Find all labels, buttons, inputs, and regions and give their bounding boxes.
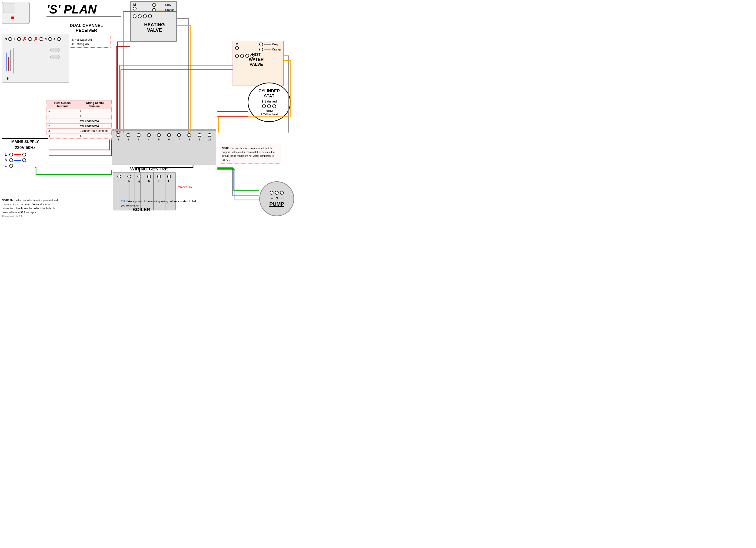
pump-t1 (270, 191, 273, 195)
mains-terminal-N (9, 158, 13, 162)
note-box: NOTE: For safety, it is recommended that… (220, 144, 281, 164)
pump-terminal-labels: ⏚ N L (269, 196, 284, 200)
cs-com-label: COM (266, 109, 273, 113)
wc-terminal-label: 6 (167, 138, 171, 141)
hwv-M-terminal (235, 46, 239, 50)
mains-terminals: L N ⏚ (2, 151, 48, 170)
table-row-cell: Cylinder Stat Common (78, 129, 111, 133)
hwv-title3: VALVE (250, 62, 263, 67)
table-row-cell: L (47, 114, 78, 119)
wc-terminal-label: 10 (207, 138, 212, 141)
earth-symbol: ⏚ (7, 76, 8, 80)
cs-terminal-c (272, 104, 276, 108)
thermostat-box (2, 2, 30, 24)
wc-terminal-col: 9 (197, 133, 202, 141)
mains-N-label: N (5, 158, 8, 162)
mains-title: MAINS SUPPLY (2, 139, 48, 145)
mains-L-row: L (5, 153, 46, 157)
tip-text: Take a photo of the existing wiring befo… (121, 200, 197, 207)
wc-terminal-label: 9 (197, 138, 202, 141)
hwv-grey-row: Grey (259, 42, 281, 46)
wc-terminal-col: 1 (116, 133, 120, 141)
hv-bottom-terminals (131, 13, 176, 19)
wc-terminal-label: 2 (126, 138, 130, 141)
wc-terminal-circle (147, 133, 151, 137)
hv-title2: VALVE (147, 27, 162, 33)
boiler-terminal (147, 175, 151, 178)
wc-terminal-col: 2 (126, 133, 130, 141)
wire-green (13, 48, 13, 73)
terminal-circle-3 (48, 37, 52, 41)
tip-bold: TIP (121, 200, 125, 203)
pump-t3 (280, 191, 284, 195)
wire-blue (6, 53, 7, 71)
cs-terminal-row (258, 104, 280, 108)
cs-terminal1: 1 (260, 113, 262, 116)
cs-call: Call for heat (263, 113, 278, 116)
cylinder-stat-terminal2: 2 Satisfied (258, 100, 280, 103)
boiler-terminal (127, 175, 131, 178)
terminal-circle-4 (57, 37, 61, 41)
boiler-terminal-label: N (128, 180, 130, 183)
wc-terminal-circle (167, 133, 171, 137)
wc-terminal-col: 8 (187, 133, 191, 141)
pump-inner: ⏚ N L PUMP (269, 191, 284, 207)
hwv-b-t3 (245, 54, 249, 58)
mains-terminal-N2 (22, 158, 26, 162)
table-row-cell: N (47, 109, 78, 114)
receiver-heading: DUAL CHANNEL RECEIVER (70, 23, 103, 33)
wc-terminal-col: 10 (207, 133, 212, 141)
mains-earth-row: ⏚ (5, 164, 46, 168)
boiler-terminal-label: L (158, 180, 160, 183)
hwv-grey-label: Grey (272, 43, 278, 46)
hwv-orange-wire (264, 49, 271, 50)
table-row-cell: 1 (47, 119, 78, 124)
cylinder-stat-title: CYLINDER STAT (258, 89, 280, 99)
hv-b-t2 (138, 14, 142, 18)
hwv-b-t1 (235, 54, 239, 58)
mains-voltage: 230V 50Hz (2, 145, 48, 151)
table-row-cell: 2 (78, 109, 111, 114)
hv-orange-label: Orange (165, 8, 174, 12)
terminal-circle-L (17, 37, 21, 41)
heating-valve-terminals-top: M Grey Orange (131, 2, 176, 13)
wiring-table: Heat Genius Terminal Wiring Centre Termi… (47, 100, 112, 139)
hwv-M-label: M (235, 42, 239, 46)
terminal-N: N (5, 37, 7, 41)
bottom-note-text: The boiler controller is mains powered a… (2, 199, 58, 214)
terminal-x2: ✗ (34, 36, 38, 42)
wc-terminal-label: 4 (147, 138, 151, 141)
boiler-terminals-top (113, 173, 175, 179)
wire-grey (10, 50, 11, 71)
receiver-note-line1: 3: Hot Water ON (71, 38, 92, 41)
table-row-cell: Not connected (78, 119, 111, 124)
wc-terminal-circle (198, 133, 201, 137)
wiring-centre-label: WIRING CENTRE (130, 166, 168, 172)
boiler-terminal (137, 175, 141, 178)
pump-t2 (275, 191, 279, 195)
wc-terminal-circle (208, 133, 211, 137)
hv-orange-terminal (152, 8, 156, 12)
pump-terminals (269, 191, 284, 195)
wc-terminal-label: 5 (157, 138, 161, 141)
terminal-4: 4 (54, 37, 55, 41)
hv-b-t1 (133, 14, 137, 18)
bottom-tip: TIP Take a photo of the existing wiring … (121, 199, 202, 208)
table-row-cell: 2 (47, 124, 78, 129)
table-col1-header: Heat Genius Terminal (47, 100, 78, 109)
cs-title: CYLINDER (258, 89, 280, 93)
boiler-terminal-label: N (148, 180, 150, 183)
hwv-right-col: Grey Orange (259, 42, 281, 52)
mains-L-wire (14, 154, 21, 155)
terminal-row: N L ✗ ✗ 3 4 (2, 34, 69, 42)
receiver-heading-line2: RECEIVER (76, 28, 97, 33)
wc-terminal-label: 1 (116, 138, 120, 141)
mains-N-row: N (5, 158, 46, 162)
connector-1 (50, 48, 60, 52)
hv-b-t4 (148, 14, 152, 18)
hwv-grey-terminal (259, 43, 263, 46)
pump-L-label: L (281, 196, 283, 200)
hv-grey-label: Grey (165, 3, 171, 7)
hv-grey-wire (157, 5, 164, 5)
title-underline (47, 16, 121, 17)
